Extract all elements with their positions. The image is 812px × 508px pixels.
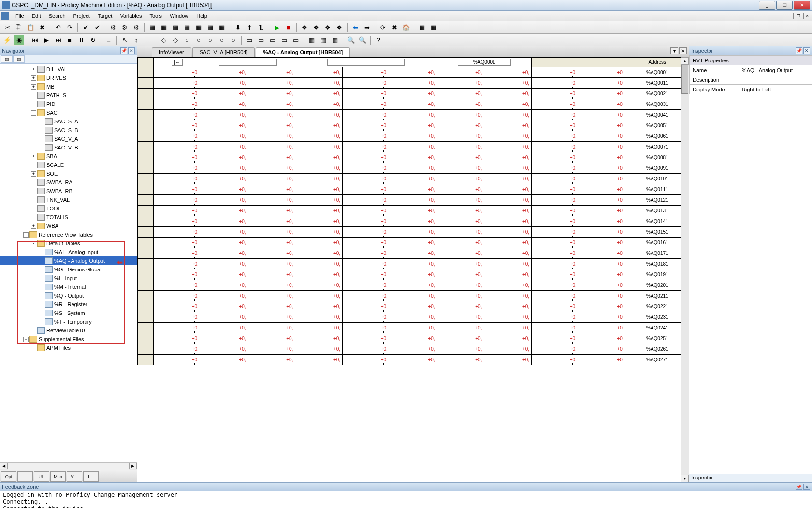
value-cell[interactable]: +0,: [295, 259, 343, 269]
block-icon[interactable]: ▭: [267, 35, 278, 45]
goto-button[interactable]: |←: [172, 59, 183, 66]
value-cell[interactable]: +0,: [437, 174, 484, 184]
value-cell[interactable]: +0,: [579, 238, 626, 248]
value-cell[interactable]: +0,: [532, 344, 579, 355]
value-cell[interactable]: +0,: [532, 301, 579, 312]
row-header[interactable]: [138, 89, 154, 99]
window-maximize-button[interactable]: ☐: [776, 1, 793, 10]
value-cell[interactable]: +0,: [532, 280, 579, 291]
value-cell[interactable]: +0,: [484, 323, 532, 333]
value-cell[interactable]: +0,: [154, 269, 201, 280]
document-tab[interactable]: SAC_V_A [HBR504]: [192, 47, 255, 57]
value-cell[interactable]: +0,: [579, 78, 626, 89]
value-cell[interactable]: +0,: [390, 312, 437, 323]
value-cell[interactable]: +0,: [295, 142, 343, 152]
value-cell[interactable]: +0,: [437, 163, 484, 174]
value-cell[interactable]: +0,: [154, 152, 201, 163]
value-cell[interactable]: +0,: [484, 110, 532, 120]
row-header[interactable]: [138, 78, 154, 89]
value-cell[interactable]: +0,: [437, 312, 484, 323]
lines-icon[interactable]: ≡: [103, 35, 114, 45]
tree-item[interactable]: TOTALIS: [0, 213, 137, 222]
value-cell[interactable]: +0,: [248, 78, 295, 89]
value-cell[interactable]: +0,: [201, 280, 248, 291]
value-cell[interactable]: +0,: [295, 110, 343, 120]
tool-icon[interactable]: ❖: [322, 22, 333, 33]
tree-item[interactable]: %I - Input: [0, 274, 137, 283]
value-cell[interactable]: +0,: [343, 99, 390, 110]
tree-expander[interactable]: -: [31, 110, 36, 116]
value-cell[interactable]: +0,: [437, 131, 484, 142]
value-cell[interactable]: +0,: [532, 291, 579, 301]
value-cell[interactable]: +0,: [154, 216, 201, 227]
value-cell[interactable]: +0,: [201, 184, 248, 195]
value-cell[interactable]: +0,: [343, 131, 390, 142]
value-cell[interactable]: +0,: [343, 355, 390, 365]
value-cell[interactable]: +0,: [390, 206, 437, 216]
value-cell[interactable]: +0,: [579, 344, 626, 355]
pause-icon[interactable]: ⏸: [76, 35, 87, 45]
menu-file[interactable]: File: [12, 12, 28, 20]
tree-expander[interactable]: +: [31, 154, 36, 159]
value-cell[interactable]: +0,: [390, 227, 437, 238]
value-cell[interactable]: +0,: [437, 120, 484, 131]
scroll-right-button[interactable]: ▶: [129, 463, 137, 469]
value-cell[interactable]: +0,: [201, 195, 248, 206]
tool-icon[interactable]: ▦: [193, 22, 204, 33]
value-cell[interactable]: +0,: [390, 280, 437, 291]
stop-icon[interactable]: ■: [283, 22, 294, 33]
value-cell[interactable]: +0,: [390, 142, 437, 152]
tool-icon[interactable]: ▦: [147, 22, 158, 33]
value-cell[interactable]: +0,: [295, 78, 343, 89]
tree-item[interactable]: SWBA_RB: [0, 187, 137, 195]
value-cell[interactable]: +0,: [532, 238, 579, 248]
value-cell[interactable]: +0,: [343, 195, 390, 206]
menu-window[interactable]: Window: [166, 12, 192, 20]
scroll-thumb[interactable]: [682, 65, 688, 94]
value-cell[interactable]: +0,: [201, 312, 248, 323]
value-cell[interactable]: +0,: [390, 259, 437, 269]
tree-expander[interactable]: +: [31, 75, 36, 81]
value-cell[interactable]: +0,: [201, 174, 248, 184]
value-cell[interactable]: +0,: [343, 89, 390, 99]
value-cell[interactable]: +0,: [295, 291, 343, 301]
download-icon[interactable]: ⬇: [232, 22, 243, 33]
value-cell[interactable]: +0,: [295, 248, 343, 259]
value-cell[interactable]: +0,: [437, 184, 484, 195]
tree-item[interactable]: SAC_V_B: [0, 143, 137, 152]
value-cell[interactable]: +0,: [437, 248, 484, 259]
row-header[interactable]: [138, 227, 154, 238]
coil-icon[interactable]: ○: [182, 35, 192, 45]
value-cell[interactable]: +0,: [295, 174, 343, 184]
value-cell[interactable]: +0,: [248, 67, 295, 78]
value-cell[interactable]: +0,: [154, 248, 201, 259]
tree-expander[interactable]: +: [31, 67, 36, 72]
value-cell[interactable]: +0,: [295, 195, 343, 206]
value-cell[interactable]: +0,: [295, 152, 343, 163]
tree-item[interactable]: -Reference View Tables: [0, 230, 137, 239]
value-cell[interactable]: +0,: [201, 163, 248, 174]
tree-item[interactable]: PID: [0, 100, 137, 108]
value-cell[interactable]: +0,: [484, 227, 532, 238]
value-cell[interactable]: +0,: [437, 269, 484, 280]
value-cell[interactable]: +0,: [343, 216, 390, 227]
row-header[interactable]: [138, 99, 154, 110]
tree-item[interactable]: TNK_VAL: [0, 195, 137, 204]
value-cell[interactable]: +0,: [579, 291, 626, 301]
value-cell[interactable]: +0,: [248, 280, 295, 291]
help-icon[interactable]: ?: [373, 35, 384, 45]
value-cell[interactable]: +0,: [390, 110, 437, 120]
value-cell[interactable]: +0,: [343, 344, 390, 355]
value-cell[interactable]: +0,: [295, 269, 343, 280]
value-cell[interactable]: +0,: [390, 333, 437, 344]
value-cell[interactable]: +0,: [154, 344, 201, 355]
row-header[interactable]: [138, 152, 154, 163]
value-cell[interactable]: +0,: [248, 312, 295, 323]
row-header[interactable]: [138, 131, 154, 142]
value-cell[interactable]: +0,: [201, 227, 248, 238]
value-cell[interactable]: +0,: [248, 99, 295, 110]
tool-icon[interactable]: ▦: [417, 22, 427, 33]
tree-item[interactable]: %T - Temporary: [0, 317, 137, 326]
tool-icon[interactable]: ⚙: [131, 22, 142, 33]
line-icon[interactable]: ↕: [131, 35, 142, 45]
